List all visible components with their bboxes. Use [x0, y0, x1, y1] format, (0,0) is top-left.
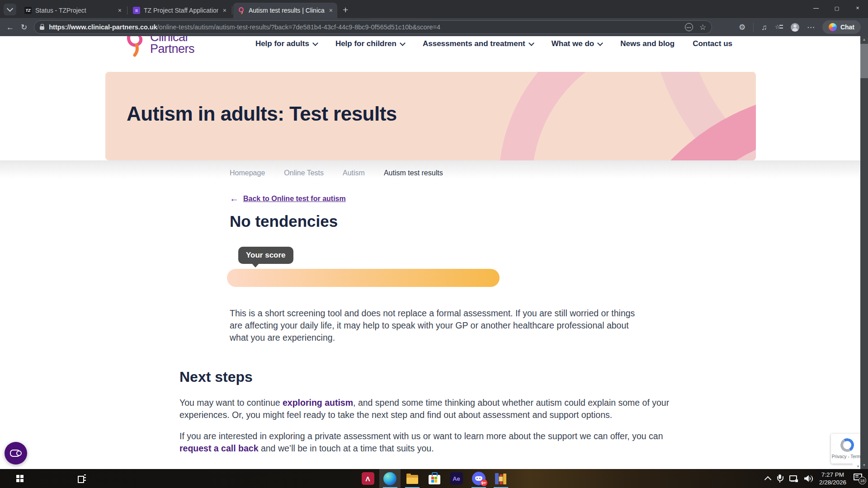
tab-search-dropdown-button[interactable] [4, 4, 16, 15]
clock[interactable]: 7:27 PM 2/28/2026 [819, 471, 846, 486]
breadcrumb-online-tests[interactable]: Online Tests [284, 169, 324, 177]
accessibility-widget-button[interactable] [5, 442, 27, 465]
maximize-button[interactable]: ▢ [826, 0, 847, 16]
tab-strip: TZ Status - TZProject × ≡ TZ Project Sta… [0, 0, 868, 18]
discord-icon: 9+ [472, 472, 486, 485]
red-a-app-icon: Λ [362, 472, 374, 485]
more-menu-icon[interactable]: ⋯ [807, 23, 815, 31]
tab-separator [232, 6, 232, 14]
scroll-down-arrow[interactable]: ▼ [860, 462, 868, 469]
taskbar-file-explorer[interactable] [401, 469, 423, 488]
pinned-apps: Λ Ae 9+ [357, 469, 511, 488]
chat-label: Chat [840, 23, 854, 31]
url-field-actions: ••• ☆ [685, 23, 706, 31]
breadcrumb-current: Autism test results [384, 169, 443, 177]
browser-essentials-icon[interactable]: ⚙ [739, 23, 745, 31]
back-to-test-link[interactable]: ← Back to Online test for autism [230, 193, 346, 204]
file-explorer-icon [406, 475, 418, 484]
left-arrow-icon: ← [230, 193, 239, 204]
chevron-down-icon [597, 40, 603, 46]
scroll-up-arrow[interactable]: ▲ [860, 36, 868, 43]
volume-icon[interactable] [804, 475, 813, 482]
page-content: Clinical Partners Help for adults Help f… [0, 36, 868, 469]
refresh-icon[interactable]: ↻ [21, 23, 27, 31]
scrollbar-thumb[interactable] [860, 44, 868, 78]
next-steps-heading: Next steps [179, 369, 253, 385]
hero-banner: Autism in adults: Test results [105, 72, 756, 160]
tab-autism-test-results-active[interactable]: Autism test results | Clinical Partne × [233, 3, 337, 18]
start-button[interactable] [16, 475, 24, 482]
chevron-down-icon [400, 40, 406, 46]
taskbar-after-effects[interactable]: Ae [446, 469, 467, 488]
taskbar-microsoft-edge[interactable] [379, 469, 401, 488]
nav-help-for-children[interactable]: Help for children [335, 39, 405, 48]
task-view-button[interactable] [78, 474, 86, 482]
nav-help-for-adults[interactable]: Help for adults [255, 39, 317, 48]
toggle-icon-circle [16, 450, 22, 456]
clinical-partners-favicon [238, 7, 245, 14]
browser-chrome: TZ Status - TZProject × ≡ TZ Project Sta… [0, 0, 868, 36]
recaptcha-icon [840, 438, 854, 452]
network-icon[interactable] [789, 475, 798, 482]
page-title: Autism in adults: Test results [127, 103, 397, 125]
url-path: /online-tests/autism/autism-test-results… [157, 23, 440, 31]
nav-what-we-do[interactable]: What we do [552, 39, 602, 48]
url-field[interactable]: https://www.clinical-partners.co.uk/onli… [34, 20, 712, 34]
minimize-button[interactable]: — [806, 0, 826, 16]
media-controls-icon[interactable]: ♫ [761, 23, 767, 31]
site-logo[interactable]: Clinical Partners [126, 36, 239, 70]
site-permissions-icon[interactable]: ••• [685, 23, 693, 31]
address-bar: ← ↻ https://www.clinical-partners.co.uk/… [0, 18, 868, 36]
toolbar-actions: ⚙ ♫ ☆ ⋯ Chat [739, 20, 862, 34]
tab-title: Status - TZProject [35, 7, 113, 14]
taskbar-red-a-app[interactable]: Λ [357, 469, 378, 488]
window-controls: — ▢ × [806, 0, 868, 16]
tray-expand-chevron-icon[interactable] [764, 476, 772, 483]
tab-close-icon[interactable]: × [117, 7, 123, 14]
favorite-star-icon[interactable]: ☆ [699, 23, 706, 31]
nav-contact-us[interactable]: Contact us [693, 39, 732, 48]
tab-status-tzproject[interactable]: TZ Status - TZProject × [20, 3, 126, 18]
request-call-back-link[interactable]: request a call back [179, 443, 259, 453]
breadcrumb: Homepage Online Tests Autism Autism test… [230, 169, 443, 177]
scrollbar[interactable]: ▲ ▼ [860, 36, 868, 469]
new-tab-button[interactable]: + [343, 5, 348, 14]
result-heading: No tendencies [230, 212, 338, 230]
tz-favicon: TZ [24, 7, 32, 14]
taskbar-discord[interactable]: 9+ [468, 469, 489, 488]
taskbar-winrar[interactable] [490, 469, 511, 488]
favorites-hub-icon[interactable]: ☆ [775, 23, 783, 31]
chevron-down-icon [528, 40, 534, 46]
url-text: https://www.clinical-partners.co.uk/onli… [49, 23, 440, 31]
breadcrumb-homepage[interactable]: Homepage [230, 169, 265, 177]
lock-icon[interactable] [40, 26, 44, 30]
recaptcha-badge[interactable]: Privacy - Terms [831, 434, 863, 464]
tray-date: 2/28/2026 [819, 479, 846, 486]
tab-title: Autism test results | Clinical Partne [249, 7, 325, 14]
exploring-autism-link[interactable]: exploring autism [283, 398, 353, 408]
breadcrumb-autism[interactable]: Autism [343, 169, 365, 177]
nav-assessments-and-treatment[interactable]: Assessments and treatment [423, 39, 533, 48]
nav-news-and-blog[interactable]: News and blog [620, 39, 675, 48]
windows-taskbar: Λ Ae 9+ 7:27 PM 2/28/2026 18 [0, 469, 868, 488]
tab-title: TZ Project Staff Application [144, 7, 218, 14]
tab-tz-staff-application[interactable]: ≡ TZ Project Staff Application × [128, 3, 231, 18]
microphone-icon[interactable] [777, 474, 783, 483]
discord-badge: 9+ [481, 479, 487, 486]
system-tray: 7:27 PM 2/28/2026 18 [765, 469, 865, 488]
tab-close-icon[interactable]: × [222, 7, 227, 14]
close-button[interactable]: × [847, 0, 868, 16]
microsoft-store-icon [429, 475, 440, 484]
notification-center-button[interactable]: 18 [854, 474, 865, 483]
score-gradient-bar [227, 269, 500, 287]
tab-close-icon[interactable]: × [328, 7, 334, 14]
taskbar-microsoft-store[interactable] [424, 469, 445, 488]
profile-avatar[interactable] [791, 23, 799, 32]
url-host: https://www.clinical-partners.co.uk [49, 23, 157, 31]
back-icon[interactable]: ← [6, 23, 14, 31]
copilot-chat-button[interactable]: Chat [822, 20, 861, 34]
next-steps-paragraph-2: If you are interested in exploring a pri… [179, 430, 681, 455]
main-navigation: Help for adults Help for children Assess… [255, 37, 732, 51]
recaptcha-privacy-terms[interactable]: Privacy - Terms [832, 454, 863, 459]
disclaimer-text: This is a short screening tool and does … [230, 307, 637, 344]
